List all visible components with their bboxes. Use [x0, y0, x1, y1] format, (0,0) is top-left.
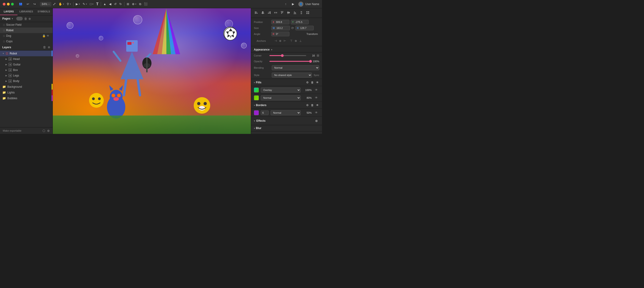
y-input[interactable] [295, 20, 308, 24]
w-input[interactable] [276, 26, 290, 30]
fill-settings-btn[interactable]: ⚙ [306, 80, 309, 85]
anchor-bottom[interactable]: ⊥ [299, 39, 302, 43]
delete-layer-icon[interactable]: 🗑 [43, 46, 46, 49]
redo-button[interactable]: ↪ [32, 2, 37, 7]
anchor-center-h[interactable]: ⊕ [278, 39, 282, 43]
delete-page-icon[interactable]: 🗑 [24, 17, 27, 21]
minimize-traffic-light[interactable] [7, 3, 10, 6]
pages-toggle[interactable] [16, 17, 23, 21]
effects-arrow[interactable]: ▾ [254, 120, 255, 122]
layer-box[interactable]: ▶ ⊞ Box [3, 67, 52, 73]
fill-delete-btn[interactable]: 🗑 [310, 80, 314, 85]
corner-slider[interactable] [270, 55, 306, 56]
close-traffic-light[interactable] [3, 3, 6, 6]
border-delete-btn[interactable]: 🗑 [310, 103, 314, 107]
page-item-cups[interactable]: □ Cups [0, 39, 52, 44]
page-item-dog[interactable]: □ Dog 🔒 👁 [0, 33, 52, 39]
layer-bubbles[interactable]: 📁 Bubbles [0, 95, 52, 101]
borders-arrow[interactable]: ▾ [254, 104, 255, 107]
layer-body[interactable]: ▶ ⊞ Body [3, 78, 52, 84]
corner-edit-icon[interactable]: ⊞ [317, 54, 319, 57]
page-item-soccer-field[interactable]: □ Soccer Field [0, 22, 52, 28]
tab-libraries[interactable]: LIBRARIES [18, 8, 35, 15]
hand-tool[interactable]: ✋▾ [57, 2, 66, 7]
add-effect-btn[interactable]: ⊕ [314, 118, 319, 124]
border-type-select[interactable]: Normal [270, 110, 301, 115]
align-left-btn[interactable] [254, 10, 259, 16]
flatten-tool[interactable]: ⬛ [142, 2, 149, 7]
fill-vis-btn-1[interactable]: 👁 [314, 87, 319, 93]
border-vis-btn[interactable]: 👁 [314, 110, 319, 115]
layer-guitar[interactable]: ▶ ⊞ Guitar [3, 62, 52, 67]
fill-vis-btn-2[interactable]: 👁 [314, 95, 319, 100]
align-right-btn[interactable] [266, 10, 272, 16]
tidy-up-btn[interactable] [305, 10, 311, 16]
page-item-robot[interactable]: □ Robot [0, 28, 52, 33]
tab-symbols[interactable]: SYMBOLS [35, 8, 52, 15]
border-color-1[interactable] [254, 110, 259, 115]
layer-robot[interactable]: ▼ ⊡ Robot [0, 51, 52, 56]
appearance-arrow[interactable]: ▾ [271, 49, 272, 51]
transform-button[interactable]: Transform [305, 32, 319, 36]
rotate-ccw[interactable]: ↺ [113, 2, 118, 7]
symbol-tool[interactable]: ▲ [102, 2, 108, 7]
distribute-v-btn[interactable] [298, 10, 304, 16]
anchor-top[interactable]: ⊤ [290, 39, 293, 43]
pen-tool[interactable]: ✎▾ [81, 2, 88, 7]
fullscreen-traffic-light[interactable] [11, 3, 14, 6]
border-settings-btn[interactable]: ⚙ [306, 103, 309, 107]
save-button[interactable] [18, 2, 24, 7]
layer-legs[interactable]: ▶ ⊞ Legs [3, 73, 52, 78]
style-select[interactable]: No shared style [272, 73, 312, 78]
fit-screen-button[interactable]: ⤢ [52, 1, 57, 7]
link-dimensions-icon[interactable]: ⟳ [291, 26, 294, 30]
anchor-left[interactable]: ⊣ [274, 39, 277, 43]
opacity-slider[interactable] [270, 61, 310, 62]
align-top-btn[interactable] [279, 10, 285, 16]
layer-lights[interactable]: 📁 Lights [0, 90, 52, 95]
border-width-input[interactable] [261, 110, 269, 115]
tab-layers[interactable]: LAYERS [0, 8, 18, 15]
opacity-thumb[interactable] [309, 60, 312, 63]
layer-background[interactable]: 📁 Background [0, 84, 52, 90]
fill-type-select-2[interactable]: Normal [261, 95, 301, 100]
fills-arrow[interactable]: ▾ [254, 81, 255, 84]
undo-button[interactable]: ↩ [25, 2, 30, 7]
fill-visibility-btn[interactable]: 👁 [316, 80, 319, 85]
fill-type-select-1[interactable]: Overlay [261, 88, 301, 93]
h-input[interactable] [300, 26, 314, 30]
fill-color-2[interactable] [254, 95, 259, 100]
anchor-center-v[interactable]: ⊕ [294, 39, 298, 43]
add-layer-icon[interactable]: ⊕ [48, 46, 50, 49]
layer-head[interactable]: ▶ ⊞ Head [3, 56, 52, 62]
snap-tool[interactable]: ⚲▾ [66, 2, 72, 7]
align-center-h-btn[interactable] [260, 10, 266, 16]
align-bottom-btn[interactable] [292, 10, 298, 16]
add-export-btn[interactable]: ⊕ [47, 129, 50, 133]
blur-arrow[interactable]: ▾ [254, 127, 255, 130]
text-tool[interactable]: T [95, 1, 100, 7]
anchor-right[interactable]: ⊢ [283, 39, 286, 43]
r-input[interactable] [276, 32, 289, 36]
shape-tool[interactable]: □▾ [88, 2, 95, 7]
present-button[interactable]: ▶ [290, 2, 296, 7]
corner-thumb[interactable] [281, 54, 284, 57]
back-tool[interactable]: ◀ [108, 2, 113, 7]
zoom-control[interactable]: 84% + [40, 2, 52, 7]
canvas-area[interactable] [53, 8, 251, 134]
distribute-h-btn[interactable] [273, 10, 278, 16]
x-input[interactable] [276, 20, 289, 24]
export-icon-btn[interactable]: ⬡ [42, 129, 45, 133]
add-page-icon[interactable]: ⊕ [28, 17, 31, 21]
component-tool[interactable]: ⊕▾ [130, 2, 138, 7]
fill-color-1[interactable] [254, 88, 259, 93]
border-visibility-btn[interactable]: 👁 [316, 103, 319, 107]
grid-tool[interactable]: ⊞ [125, 2, 130, 7]
rotate-cw[interactable]: ↻ [118, 2, 123, 7]
align-center-v-btn[interactable] [286, 10, 292, 16]
sync-button[interactable]: Sync [314, 74, 319, 77]
mask-tool[interactable]: ⧉ [138, 2, 142, 7]
share-button[interactable]: ↑ [284, 2, 288, 7]
blending-select[interactable]: Normal [272, 65, 319, 70]
select-tool[interactable]: ▶▾ [74, 2, 81, 7]
